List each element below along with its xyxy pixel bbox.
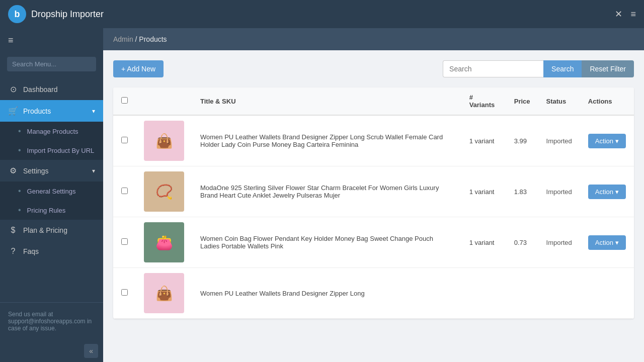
select-all-checkbox[interactable] — [121, 97, 128, 104]
product-variants: 1 variant — [469, 239, 495, 246]
products-table: Title & SKU # Variants Price Status — [113, 87, 634, 319]
product-price-cell — [506, 268, 538, 319]
breadcrumb-separator: / — [135, 35, 137, 43]
product-price: 1.83 — [514, 188, 527, 196]
product-status: Imported — [546, 188, 572, 196]
table-row: 👛 Women Coin Bag Flower Pendant Key Hold… — [113, 217, 634, 268]
sidebar-item-label: Plan & Pricing — [23, 226, 67, 234]
sidebar-item-label: Settings — [23, 167, 49, 175]
product-image-cell: 👜 — [136, 115, 192, 166]
product-status: Imported — [546, 239, 572, 246]
product-status-cell — [538, 268, 580, 319]
row-checkbox[interactable] — [121, 137, 128, 143]
product-price-cell: 0.73 — [506, 217, 538, 268]
product-variants-cell — [461, 268, 506, 319]
action-button[interactable]: Action ▾ — [588, 235, 626, 250]
product-thumbnail: 👛 — [144, 222, 184, 262]
row-checkbox-cell — [113, 115, 136, 166]
top-bar: b Dropship Importer ✕ ≡ — [0, 0, 644, 28]
product-thumbnail: 👜 — [144, 273, 184, 313]
chevron-down-icon: ▾ — [92, 108, 95, 115]
row-checkbox[interactable] — [121, 238, 128, 245]
menu-icon[interactable]: ≡ — [630, 9, 636, 20]
top-bar-left: b Dropship Importer — [8, 5, 104, 23]
manage-products-label: Manage Products — [27, 128, 78, 135]
close-icon[interactable]: ✕ — [615, 9, 622, 20]
dashboard-icon: ⊙ — [8, 84, 18, 94]
add-new-label: + Add New — [121, 65, 155, 73]
header-checkbox-cell — [113, 87, 136, 115]
product-image: 👜 — [144, 121, 184, 161]
app-title: Dropship Importer — [31, 9, 104, 20]
top-bar-right: ✕ ≡ — [615, 9, 636, 20]
sidebar-item-faqs[interactable]: ? Faqs — [0, 241, 103, 262]
product-thumbnail: 📿 — [144, 171, 184, 212]
products-icon: 🛒 — [8, 106, 18, 116]
sidebar-collapse-button[interactable]: « — [84, 344, 98, 358]
sidebar-item-manage-products[interactable]: Manage Products — [0, 122, 103, 141]
product-image-cell: 👜 — [136, 268, 192, 319]
product-title-cell: Women PU Leather Wallets Brand Designer … — [192, 115, 461, 166]
sidebar-item-general-settings[interactable]: General Settings — [0, 182, 103, 201]
header-actions: Actions — [580, 87, 634, 115]
product-image-cell: 📿 — [136, 166, 192, 217]
product-variants-cell: 1 variant — [461, 217, 506, 268]
product-status-cell: Imported — [538, 115, 580, 166]
product-image: 📿 — [144, 171, 184, 212]
add-new-button[interactable]: + Add New — [113, 60, 164, 77]
product-variants-cell: 1 variant — [461, 115, 506, 166]
header-image — [136, 87, 192, 115]
product-variants: 1 variant — [469, 137, 495, 145]
main-layout: ≡ ⊙ Dashboard 🛒 Products ▾ Manage Produc… — [0, 28, 644, 362]
action-button[interactable]: Action ▾ — [588, 185, 626, 199]
sidebar-item-settings[interactable]: ⚙ Settings ▾ — [0, 160, 103, 182]
import-product-label: Import Product By URL — [27, 147, 95, 154]
plan-icon: $ — [8, 226, 18, 235]
table-row: 👜 Women PU Leather Wallets Brand Designe… — [113, 268, 634, 319]
toolbar: + Add New Search Reset Filter — [113, 60, 634, 77]
sidebar-item-import-product-url[interactable]: Import Product By URL — [0, 141, 103, 160]
action-button[interactable]: Action ▾ — [588, 134, 626, 148]
row-checkbox-cell — [113, 166, 136, 217]
sidebar-item-plan-pricing[interactable]: $ Plan & Pricing — [0, 220, 103, 241]
product-title: ModaOne 925 Sterling Silver Flower Star … — [200, 184, 439, 199]
product-status-cell: Imported — [538, 166, 580, 217]
product-title: Women PU Leather Wallets Brand Designer … — [200, 290, 365, 297]
search-button[interactable]: Search — [543, 60, 582, 77]
table-row: 📿 ModaOne 925 Sterling Silver Flower Sta… — [113, 166, 634, 217]
product-title: Women Coin Bag Flower Pendant Key Holder… — [200, 235, 433, 250]
product-variants: 1 variant — [469, 188, 495, 196]
product-price-cell: 1.83 — [506, 166, 538, 217]
sidebar-hamburger[interactable]: ≡ — [0, 28, 103, 53]
row-checkbox[interactable] — [121, 188, 128, 194]
breadcrumb-admin[interactable]: Admin — [113, 35, 133, 43]
row-checkbox[interactable] — [121, 289, 128, 296]
settings-icon: ⚙ — [8, 166, 18, 175]
app-logo: b — [8, 5, 26, 23]
table-row: 👜 Women PU Leather Wallets Brand Designe… — [113, 115, 634, 166]
action-chevron-icon: ▾ — [615, 188, 619, 196]
row-checkbox-cell — [113, 217, 136, 268]
reset-filter-button[interactable]: Reset Filter — [582, 60, 634, 77]
row-checkbox-cell — [113, 268, 136, 319]
sidebar-item-label: Faqs — [23, 247, 39, 255]
search-menu-input[interactable] — [7, 57, 96, 71]
product-search-input[interactable] — [443, 60, 543, 77]
action-chevron-icon: ▾ — [615, 137, 619, 145]
header-title-sku: Title & SKU — [192, 87, 461, 115]
product-actions-cell: Action ▾ — [580, 166, 634, 217]
content-area: + Add New Search Reset Filter — [103, 50, 644, 362]
sidebar-collapse-area: « — [0, 340, 103, 362]
chevron-down-icon: ▾ — [92, 167, 95, 174]
sidebar-nav: ⊙ Dashboard 🛒 Products ▾ Manage Products… — [0, 78, 103, 302]
sidebar-item-pricing-rules[interactable]: Pricing Rules — [0, 201, 103, 220]
header-status: Status — [538, 87, 580, 115]
sidebar-item-products[interactable]: 🛒 Products ▾ — [0, 100, 103, 122]
product-title-cell: Women PU Leather Wallets Brand Designer … — [192, 268, 461, 319]
product-image: 👛 — [144, 222, 184, 262]
product-actions-cell: Action ▾ — [580, 115, 634, 166]
sidebar-footer: Send us email at support@infoshoreapps.c… — [0, 302, 103, 340]
breadcrumb-current: Products — [139, 35, 167, 43]
product-thumbnail: 👜 — [144, 121, 184, 161]
sidebar-item-dashboard[interactable]: ⊙ Dashboard — [0, 78, 103, 100]
